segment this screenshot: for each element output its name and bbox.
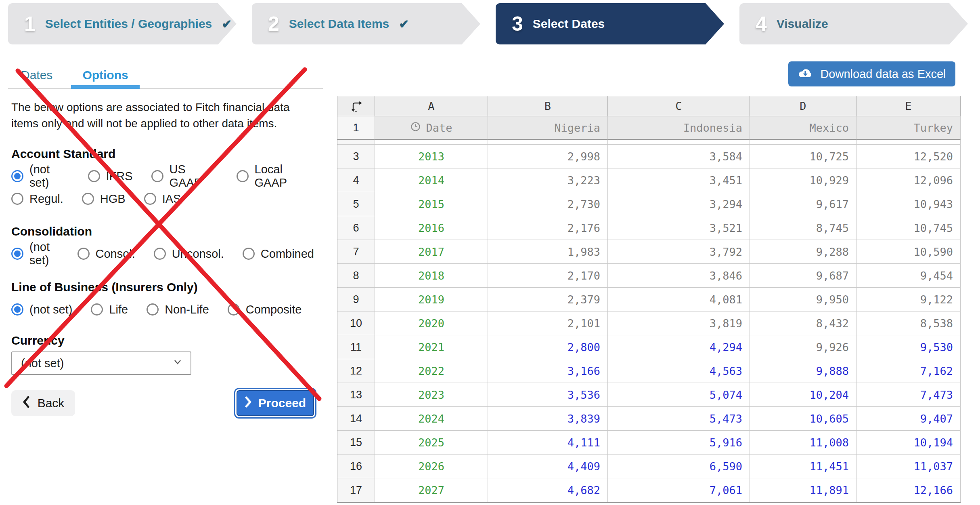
radio-option-ias[interactable]: IAS [144, 192, 181, 206]
radio-option-combined[interactable]: Combined [243, 247, 314, 261]
value-cell[interactable]: 2,176 [488, 216, 608, 240]
year-cell[interactable]: 2015 [375, 192, 488, 216]
value-cell[interactable]: 6,590 [608, 455, 750, 478]
row-number-cell[interactable]: 6 [337, 216, 375, 240]
transpose-icon[interactable] [337, 96, 375, 116]
value-cell[interactable]: 4,111 [488, 431, 608, 455]
value-cell[interactable]: 9,926 [750, 335, 856, 359]
year-cell[interactable]: 2021 [375, 335, 488, 359]
value-cell[interactable]: 4,409 [488, 455, 608, 478]
radio-option-unconsol[interactable]: Unconsol. [154, 247, 224, 261]
year-cell[interactable]: 2020 [375, 311, 488, 335]
value-cell[interactable]: 3,166 [488, 359, 608, 383]
entity-cell-nigeria[interactable]: Nigeria [488, 116, 608, 140]
currency-select[interactable]: (not set) [11, 351, 191, 375]
value-cell[interactable]: 8,745 [750, 216, 856, 240]
year-cell[interactable]: 2019 [375, 288, 488, 311]
value-cell[interactable]: 2,730 [488, 192, 608, 216]
column-letter-b[interactable]: B [488, 96, 608, 116]
value-cell[interactable]: 12,096 [856, 168, 961, 192]
step-4-visualize[interactable]: 4 Visualize [739, 3, 968, 44]
value-cell[interactable]: 9,454 [856, 264, 961, 288]
row-number-cell[interactable]: 3 [337, 145, 375, 168]
tab-dates[interactable]: Dates [19, 65, 54, 84]
year-cell[interactable]: 2025 [375, 431, 488, 455]
row-number-cell[interactable]: 4 [337, 168, 375, 192]
step-2-select-data-items[interactable]: 2 Select Data Items ✔ [252, 3, 480, 44]
value-cell[interactable]: 3,846 [608, 264, 750, 288]
row-number-cell[interactable]: 12 [337, 359, 375, 383]
row-number-cell[interactable]: 16 [337, 455, 375, 478]
column-letter-d[interactable]: D [750, 96, 856, 116]
value-cell[interactable]: 11,037 [856, 455, 961, 478]
value-cell[interactable]: 2,998 [488, 145, 608, 168]
value-cell[interactable]: 4,682 [488, 478, 608, 502]
row-number-cell[interactable]: 17 [337, 478, 375, 502]
value-cell[interactable]: 2,379 [488, 288, 608, 311]
step-3-select-dates[interactable]: 3 Select Dates [496, 3, 724, 44]
value-cell[interactable]: 12,520 [856, 145, 961, 168]
value-cell[interactable]: 3,792 [608, 240, 750, 264]
value-cell[interactable]: 9,617 [750, 192, 856, 216]
value-cell[interactable]: 10,204 [750, 383, 856, 407]
radio-option-us-gaap[interactable]: US GAAP [151, 163, 218, 189]
row-number-cell[interactable]: 13 [337, 383, 375, 407]
value-cell[interactable]: 7,162 [856, 359, 961, 383]
date-header-cell[interactable]: Date [375, 116, 488, 140]
value-cell[interactable]: 3,521 [608, 216, 750, 240]
value-cell[interactable]: 9,407 [856, 407, 961, 431]
value-cell[interactable]: 10,745 [856, 216, 961, 240]
value-cell[interactable]: 3,584 [608, 145, 750, 168]
radio-option-life[interactable]: Life [91, 303, 128, 316]
value-cell[interactable]: 3,451 [608, 168, 750, 192]
row-number-cell[interactable]: 1 [337, 116, 375, 140]
value-cell[interactable]: 3,819 [608, 311, 750, 335]
value-cell[interactable]: 3,294 [608, 192, 750, 216]
year-cell[interactable]: 2013 [375, 145, 488, 168]
year-cell[interactable]: 2018 [375, 264, 488, 288]
entity-cell-indonesia[interactable]: Indonesia [608, 116, 750, 140]
value-cell[interactable]: 2,800 [488, 335, 608, 359]
radio-option-ifrs[interactable]: IFRS [88, 170, 133, 183]
value-cell[interactable]: 9,888 [750, 359, 856, 383]
value-cell[interactable]: 4,294 [608, 335, 750, 359]
value-cell[interactable]: 11,891 [750, 478, 856, 502]
value-cell[interactable]: 5,916 [608, 431, 750, 455]
row-number-cell[interactable]: 14 [337, 407, 375, 431]
step-1-select-entities[interactable]: 1 Select Entities / Geographies ✔ [8, 3, 237, 44]
year-cell[interactable]: 2022 [375, 359, 488, 383]
year-cell[interactable]: 2014 [375, 168, 488, 192]
column-letter-e[interactable]: E [856, 96, 961, 116]
value-cell[interactable]: 1,983 [488, 240, 608, 264]
value-cell[interactable]: 9,687 [750, 264, 856, 288]
value-cell[interactable]: 4,081 [608, 288, 750, 311]
radio-option-non-life[interactable]: Non-Life [147, 303, 209, 316]
value-cell[interactable]: 9,122 [856, 288, 961, 311]
radio-option-consol[interactable]: Consol. [77, 247, 135, 261]
radio-option-not-set[interactable]: (not set) [11, 303, 72, 316]
value-cell[interactable]: 2,101 [488, 311, 608, 335]
entity-cell-mexico[interactable]: Mexico [750, 116, 856, 140]
year-cell[interactable]: 2027 [375, 478, 488, 502]
value-cell[interactable]: 10,725 [750, 145, 856, 168]
value-cell[interactable]: 3,839 [488, 407, 608, 431]
row-number-cell[interactable]: 10 [337, 311, 375, 335]
radio-option-not-set[interactable]: (not set) [11, 163, 69, 189]
value-cell[interactable]: 5,074 [608, 383, 750, 407]
value-cell[interactable]: 8,432 [750, 311, 856, 335]
row-number-cell[interactable]: 9 [337, 288, 375, 311]
value-cell[interactable]: 4,563 [608, 359, 750, 383]
value-cell[interactable]: 10,943 [856, 192, 961, 216]
value-cell[interactable]: 9,288 [750, 240, 856, 264]
tab-options[interactable]: Options [81, 65, 130, 84]
row-number-cell[interactable]: 8 [337, 264, 375, 288]
radio-option-not-set[interactable]: (not set) [11, 240, 59, 267]
value-cell[interactable]: 9,950 [750, 288, 856, 311]
value-cell[interactable]: 11,451 [750, 455, 856, 478]
value-cell[interactable]: 10,194 [856, 431, 961, 455]
value-cell[interactable]: 10,605 [750, 407, 856, 431]
value-cell[interactable]: 10,590 [856, 240, 961, 264]
radio-option-local-gaap[interactable]: Local GAAP [237, 163, 314, 189]
value-cell[interactable]: 7,473 [856, 383, 961, 407]
radio-option-hgb[interactable]: HGB [82, 192, 126, 206]
